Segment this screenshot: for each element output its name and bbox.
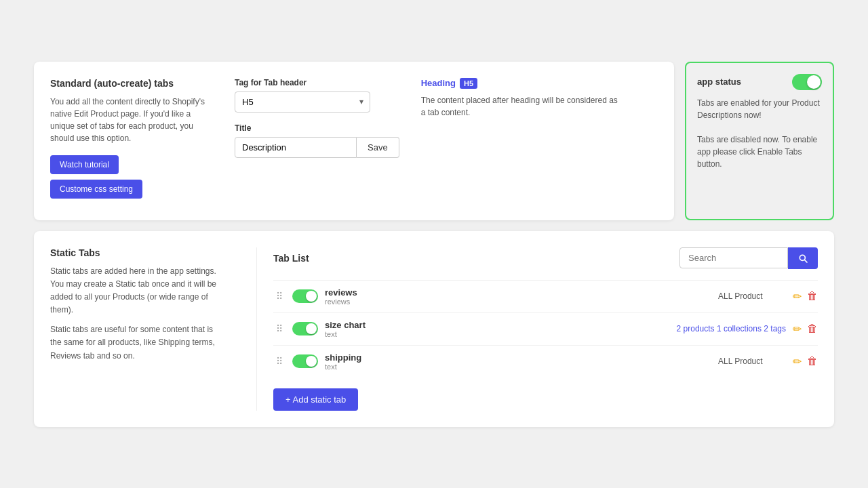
- tab-list-header: Tab List: [273, 247, 818, 269]
- title-group: Title Save: [235, 123, 399, 158]
- drag-handle-icon[interactable]: ⠿: [273, 289, 285, 303]
- standard-tabs-right: Tag for Tab header H5 H4 H3 H2 H1: [235, 78, 658, 204]
- tab-name: size chart: [325, 320, 670, 330]
- tag-form-group: Tag for Tab header H5 H4 H3 H2 H1: [235, 78, 399, 169]
- save-button[interactable]: Save: [357, 137, 399, 158]
- page-wrapper: Standard (auto-create) tabs You add all …: [34, 62, 834, 427]
- heading-badge-row: Heading H5: [421, 78, 477, 89]
- app-status-header: app status: [697, 74, 822, 90]
- tag-select[interactable]: H5 H4 H3 H2 H1: [235, 92, 370, 113]
- standard-tabs-description: You add all the content directly to Shop…: [50, 96, 213, 144]
- tab-toggle-size-chart[interactable]: [292, 322, 318, 336]
- app-status-line2: Tabs are disabled now. To enable app ple…: [697, 134, 822, 170]
- drag-handle-icon[interactable]: ⠿: [273, 354, 285, 368]
- tab-info-shipping: shipping text: [325, 352, 711, 371]
- tab-type: text: [325, 330, 670, 338]
- heading-section: Heading H5 The content placed after head…: [421, 78, 658, 169]
- search-icon: [797, 253, 808, 264]
- standard-tabs-left: Standard (auto-create) tabs You add all …: [50, 78, 213, 204]
- static-tabs-title: Static Tabs: [50, 247, 224, 258]
- heading-badge: H5: [460, 78, 477, 89]
- custom-css-button[interactable]: Custome css setting: [50, 180, 142, 199]
- tag-select-wrapper: H5 H4 H3 H2 H1: [235, 92, 370, 113]
- title-input[interactable]: [235, 137, 357, 158]
- heading-description: The content placed after heading will be…: [421, 94, 625, 119]
- tab-actions-size-chart: ✏ 🗑: [793, 323, 818, 336]
- tab-list-title: Tab List: [273, 253, 309, 264]
- tab-scope-size-chart: 2 products 1 collections 2 tags: [677, 324, 786, 333]
- tab-name: shipping: [325, 352, 711, 363]
- app-status-card: app status Tabs are enabled for your Pro…: [685, 62, 834, 220]
- tab-toggle-shipping[interactable]: [292, 354, 318, 368]
- tag-group: Tag for Tab header H5 H4 H3 H2 H1: [235, 78, 399, 113]
- form-row: Tag for Tab header H5 H4 H3 H2 H1: [235, 78, 658, 169]
- tab-name: reviews: [325, 287, 711, 298]
- tab-type: reviews: [325, 298, 711, 306]
- watch-tutorial-button[interactable]: Watch tutorial: [50, 155, 119, 174]
- tab-actions-shipping: ✏ 🗑: [793, 355, 818, 368]
- static-tabs-inner: Static Tabs Static tabs are added here i…: [50, 247, 818, 411]
- title-label: Title: [235, 123, 399, 133]
- static-tabs-desc2: Static tabs are useful for some content …: [50, 323, 224, 363]
- static-tabs-desc1: Static tabs are added here in the app se…: [50, 265, 224, 317]
- standard-tabs-card: Standard (auto-create) tabs You add all …: [34, 62, 674, 220]
- heading-label: Heading: [421, 78, 456, 88]
- static-tabs-card: Static Tabs Static tabs are added here i…: [34, 231, 834, 427]
- edit-icon[interactable]: ✏: [793, 290, 802, 303]
- tag-label: Tag for Tab header: [235, 78, 399, 87]
- title-row: Save: [235, 137, 399, 158]
- static-tabs-right: Tab List ⠿: [273, 247, 818, 411]
- tab-info-size-chart: size chart text: [325, 320, 670, 338]
- tab-scope-reviews: ALL Product: [718, 291, 786, 301]
- add-static-tab-button[interactable]: + Add static tab: [273, 388, 358, 411]
- edit-icon[interactable]: ✏: [793, 355, 802, 368]
- tab-info-reviews: reviews reviews: [325, 287, 711, 306]
- tab-row: ⠿ reviews reviews ALL Product ✏ 🗑: [273, 280, 818, 312]
- drag-handle-icon[interactable]: ⠿: [273, 322, 285, 336]
- search-input[interactable]: [679, 247, 788, 268]
- tab-scope-shipping: ALL Product: [718, 357, 786, 366]
- delete-icon[interactable]: 🗑: [807, 355, 818, 367]
- top-section: Standard (auto-create) tabs You add all …: [34, 62, 834, 220]
- tab-toggle-reviews[interactable]: [292, 289, 318, 303]
- standard-tabs-title: Standard (auto-create) tabs: [50, 78, 213, 89]
- app-status-text: Tabs are enabled for your Product Descri…: [697, 97, 822, 170]
- vertical-divider: [256, 247, 257, 411]
- tab-row: ⠿ shipping text ALL Product ✏ 🗑: [273, 345, 818, 378]
- app-status-label: app status: [697, 77, 741, 87]
- tab-actions-reviews: ✏ 🗑: [793, 290, 818, 303]
- edit-icon[interactable]: ✏: [793, 323, 802, 336]
- tab-row: ⠿ size chart text 2 products 1 collectio…: [273, 312, 818, 345]
- scope-link[interactable]: 2 products 1 collections 2 tags: [677, 324, 786, 333]
- static-tabs-left: Static Tabs Static tabs are added here i…: [50, 247, 240, 411]
- tab-type: text: [325, 363, 711, 371]
- search-button[interactable]: [788, 247, 818, 269]
- app-status-line1: Tabs are enabled for your Product Descri…: [697, 97, 822, 121]
- search-box: [679, 247, 818, 269]
- delete-icon[interactable]: 🗑: [807, 323, 818, 335]
- app-status-toggle[interactable]: [792, 74, 822, 90]
- delete-icon[interactable]: 🗑: [807, 290, 818, 302]
